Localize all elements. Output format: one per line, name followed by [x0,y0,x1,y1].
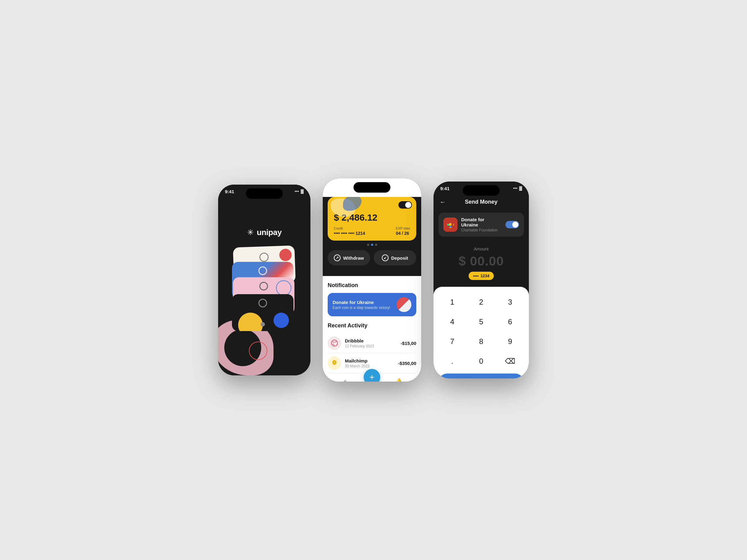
deposit-label: Deposit [391,255,408,261]
svg-rect-6 [449,221,451,223]
numpad-0[interactable]: 0 [467,352,495,371]
numpad-backspace[interactable]: ⌫ [496,352,524,371]
dynamic-island-2 [354,182,390,193]
card-details: Credit •••• •••• •••• 1214 EXP date 04 /… [334,226,410,236]
status-time-2: 9:41 [330,183,339,188]
mailchimp-icon [328,356,341,370]
mailchimp-info: Mailchimp 30 March 2023 [345,358,394,368]
status-icons-3: ▪▪▪ ▓ [513,186,522,190]
back-button[interactable]: ← [440,199,446,206]
activity-dribbble: Dribbble 12 February 2023 -$15,00 [328,333,416,353]
deposit-icon: ↙ [382,254,389,261]
phone-1: 9:41 ▪▪▪ ▓ ✳ unipay [218,185,310,375]
status-time-3: 9:41 [440,186,449,191]
exp-value: 04 / 26 [396,231,410,236]
dribbble-amount: -$15,00 [401,340,416,346]
svg-point-3 [334,362,335,363]
mailchimp-amount: -$350,00 [398,361,416,366]
dot-1 [367,244,369,246]
recipient-info: Donate for Ukraine Charitable Foundation [461,217,502,232]
withdraw-button[interactable]: ↗ Withdraw [328,250,370,265]
phone-3: 9:41 ▪▪▪ ▓ ← Send Money [434,181,529,379]
send-button[interactable]: Send [438,374,524,379]
battery-icon-2: ▓ [412,183,414,187]
signal-icon: ▪▪▪ [295,189,299,194]
bottom-nav: ⌂ + 🔔 [328,373,416,382]
notif-avatar-inner [396,297,411,312]
recipient-card: Donate for Ukraine Charitable Foundation [438,212,524,237]
deposit-button[interactable]: ↙ Deposit [374,250,416,265]
card-dots [323,244,421,246]
withdraw-label: Withdraw [343,255,364,261]
phone1-content: ✳ unipay [218,185,310,375]
credit-label: Credit [334,226,365,230]
dribbble-icon [328,336,341,350]
numpad-6[interactable]: 6 [496,313,524,331]
svg-rect-9 [447,224,449,226]
card-badge-number: 1234 [481,274,489,278]
credit-number: •••• •••• •••• 1214 [334,231,365,236]
status-icons-1: ▪▪▪ ▓ [295,189,304,194]
card-toggle[interactable] [398,201,412,209]
amount-section: Amount $ 00.00 •••• 1234 [434,239,529,284]
status-time-1: 9:41 [225,189,234,194]
phone2-bottom: Notification Donate for Ukraine Each coi… [323,276,421,382]
notification-banner[interactable]: Donate for Ukraine Each coin is a step t… [328,293,416,316]
dot-3 [375,244,377,246]
phone2-top: 9:41 ▪▪▪ ▓ $ 2,486.12 Credit [323,197,421,276]
status-icons-2: ▪▪▪ ▓ [406,183,414,187]
numpad-2[interactable]: 2 [467,293,495,311]
dot-2 [371,244,373,246]
bell-nav-icon[interactable]: 🔔 [394,377,403,382]
numpad-8[interactable]: 8 [467,332,495,351]
cards-stack [230,247,298,333]
numpad-9[interactable]: 9 [496,332,524,351]
card-toggle-knob [405,202,411,208]
notif-banner-sub: Each coin is a step towards victory! [333,306,390,310]
amount-label: Amount [440,247,523,251]
svg-rect-7 [451,224,453,226]
signal-icon-3: ▪▪▪ [513,186,517,190]
recipient-logo [443,218,458,232]
battery-icon-3: ▓ [519,186,522,190]
dribbble-date: 12 February 2023 [345,344,397,348]
battery-icon: ▓ [301,189,304,194]
numpad-dot[interactable]: . [438,352,466,371]
exp-label: EXP date [396,226,410,230]
recipient-subtitle: Charitable Foundation [461,228,502,232]
numpad-7[interactable]: 7 [438,332,466,351]
mailchimp-date: 30 March 2023 [345,364,394,368]
star-icon: ✳ [247,228,254,237]
notif-text: Donate for Ukraine Each coin is a step t… [333,300,390,310]
numpad-grid: 1 2 3 4 5 6 7 8 9 . 0 ⌫ [438,293,524,371]
notif-avatar [396,297,411,312]
dynamic-island-3 [463,185,500,196]
card-badge[interactable]: •••• 1234 [469,272,493,280]
svg-point-0 [331,340,337,346]
dynamic-island-1 [246,188,283,199]
recipient-toggle-knob [512,222,518,228]
home-nav-icon[interactable]: ⌂ [341,377,350,382]
numpad-3[interactable]: 3 [496,293,524,311]
phone-2: 9:41 ▪▪▪ ▓ $ 2,486.12 Credit [323,178,421,382]
numpad-4[interactable]: 4 [438,313,466,331]
balance-card: $ 2,486.12 Credit •••• •••• •••• 1214 EX… [328,197,416,240]
numpad-1[interactable]: 1 [438,293,466,311]
dribbble-name: Dribbble [345,338,397,343]
unipay-logo: ✳ unipay [247,228,282,237]
dribbble-info: Dribbble 12 February 2023 [345,338,397,348]
brand-name: unipay [257,228,282,237]
svg-rect-8 [449,226,451,227]
numpad: 1 2 3 4 5 6 7 8 9 . 0 ⌫ Send [434,287,529,379]
numpad-5[interactable]: 5 [467,313,495,331]
amount-display: $ 00.00 [440,254,523,269]
notification-title: Notification [328,282,416,289]
action-buttons: ↗ Withdraw ↙ Deposit [328,250,416,265]
notif-banner-title: Donate for Ukraine [333,300,390,305]
recent-activity-title: Recent Activity [328,323,416,329]
recipient-toggle[interactable] [506,221,519,228]
scene: 9:41 ▪▪▪ ▓ ✳ unipay [206,160,541,400]
recipient-name: Donate for Ukraine [461,217,502,227]
card-blob-blue [343,197,361,211]
signal-icon-2: ▪▪▪ [406,183,410,187]
